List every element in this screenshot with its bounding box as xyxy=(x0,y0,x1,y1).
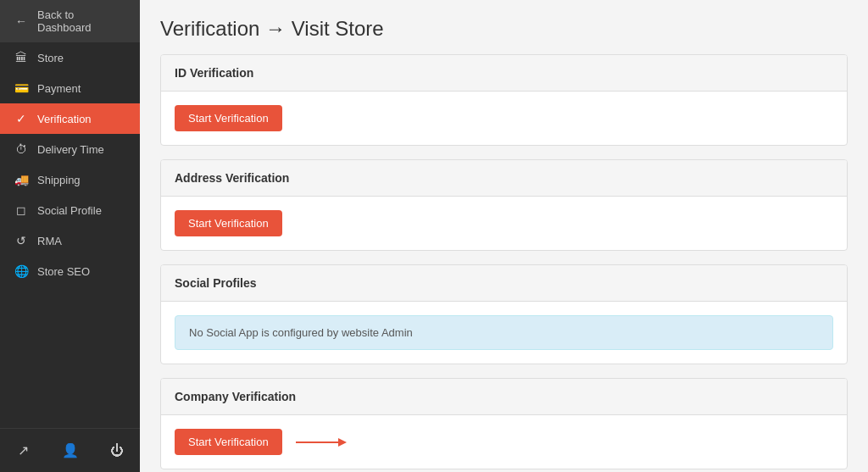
sidebar-item-delivery-time[interactable]: ⏱ Delivery Time xyxy=(0,134,140,164)
page-title: Verification → Visit Store xyxy=(160,17,848,41)
power-button[interactable]: ⏻ xyxy=(93,436,140,465)
social-icon: ◻ xyxy=(14,203,29,217)
globe-icon: 🌐 xyxy=(14,264,29,278)
id-verification-card: ID Verification Start Verification xyxy=(160,54,848,146)
sidebar-item-label: Verification xyxy=(37,113,92,125)
sidebar-item-verification[interactable]: ✓ Verification xyxy=(0,103,140,134)
clock-icon: ⏱ xyxy=(14,142,29,156)
sidebar-item-label: Delivery Time xyxy=(37,143,104,156)
address-verification-card: Address Verification Start Verification xyxy=(160,159,848,251)
payment-icon: 💳 xyxy=(14,81,29,95)
external-link-icon: ↗ xyxy=(18,442,29,458)
social-profiles-header: Social Profiles xyxy=(161,265,847,302)
sidebar: ← Back to Dashboard 🏛 Store 💳 Payment ✓ … xyxy=(0,0,140,472)
company-verification-header: Company Verification xyxy=(161,379,847,415)
id-verification-body: Start Verification xyxy=(161,92,847,145)
company-btn-row: Start Verification xyxy=(175,429,833,455)
id-verification-title: ID Verification xyxy=(175,66,253,80)
address-verification-header: Address Verification xyxy=(161,160,847,197)
social-profiles-body: No Social App is configured by website A… xyxy=(161,302,847,364)
arrow-indicator xyxy=(296,434,347,451)
shipping-icon: 🚚 xyxy=(14,173,29,186)
content-area: ID Verification Start Verification Addre… xyxy=(140,54,868,472)
sidebar-item-payment[interactable]: 💳 Payment xyxy=(0,73,140,103)
sidebar-item-label: Store xyxy=(37,52,64,64)
back-icon: ← xyxy=(14,14,29,28)
verification-icon: ✓ xyxy=(14,112,29,125)
user-icon: 👤 xyxy=(62,442,79,458)
store-icon: 🏛 xyxy=(14,51,29,64)
sidebar-item-social-profile[interactable]: ◻ Social Profile xyxy=(0,195,140,225)
company-verification-body: Start Verification xyxy=(161,415,847,469)
rma-icon: ↺ xyxy=(14,234,29,247)
svg-marker-1 xyxy=(338,438,347,447)
sidebar-item-store[interactable]: 🏛 Store xyxy=(0,42,140,73)
sidebar-item-label: Store SEO xyxy=(37,265,90,278)
sidebar-item-rma[interactable]: ↺ RMA xyxy=(0,225,140,256)
sidebar-footer: ↗ 👤 ⏻ xyxy=(0,428,140,472)
power-icon: ⏻ xyxy=(110,443,124,458)
sidebar-item-label: Social Profile xyxy=(37,204,102,217)
address-start-verification-button[interactable]: Start Verification xyxy=(175,210,282,236)
sidebar-item-store-seo[interactable]: 🌐 Store SEO xyxy=(0,256,140,286)
sidebar-item-label: Payment xyxy=(37,82,81,95)
company-verification-title: Company Verification xyxy=(175,390,296,403)
page-header: Verification → Visit Store xyxy=(140,0,868,54)
address-verification-body: Start Verification xyxy=(161,197,847,250)
company-verification-card: Company Verification Start Verification xyxy=(160,378,848,469)
id-verification-header: ID Verification xyxy=(161,55,847,92)
sidebar-item-shipping[interactable]: 🚚 Shipping xyxy=(0,164,140,195)
sidebar-item-label: Back to Dashboard xyxy=(37,8,126,34)
main-content: Verification → Visit Store ID Verificati… xyxy=(140,0,868,472)
social-profiles-info: No Social App is configured by website A… xyxy=(175,315,833,350)
social-profiles-title: Social Profiles xyxy=(175,276,256,290)
sidebar-item-label: Shipping xyxy=(37,174,81,186)
sidebar-item-back-to-dashboard[interactable]: ← Back to Dashboard xyxy=(0,0,140,42)
user-button[interactable]: 👤 xyxy=(47,436,93,465)
address-verification-title: Address Verification xyxy=(175,171,289,185)
company-start-verification-button[interactable]: Start Verification xyxy=(175,429,282,455)
sidebar-item-label: RMA xyxy=(37,235,62,247)
social-profiles-card: Social Profiles No Social App is configu… xyxy=(160,264,848,364)
arrow-svg xyxy=(296,434,347,451)
external-link-button[interactable]: ↗ xyxy=(0,436,47,465)
id-start-verification-button[interactable]: Start Verification xyxy=(175,105,282,131)
